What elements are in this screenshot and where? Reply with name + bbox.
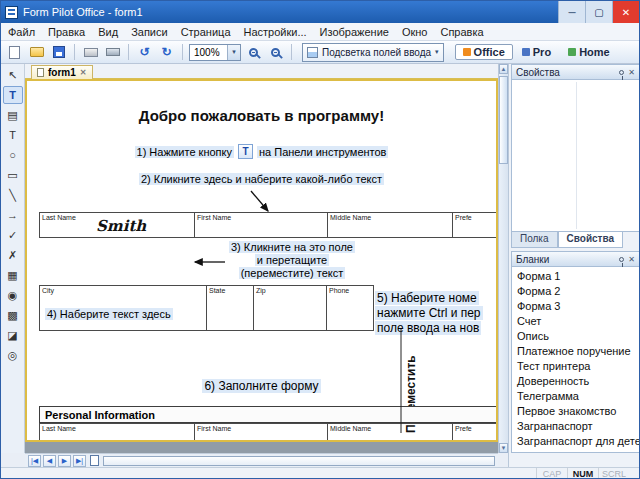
list-item[interactable]: Форма 3 (512, 299, 639, 314)
tab-shelf[interactable]: Полка (511, 232, 558, 248)
edition-office-button[interactable]: Office (455, 44, 513, 60)
menu-edit[interactable]: Правка (48, 26, 85, 38)
undo-button[interactable]: ↺ (135, 43, 154, 61)
cross-tool[interactable]: ✗ (3, 246, 23, 264)
list-item[interactable]: Телеграмма (512, 389, 639, 404)
text-tool[interactable]: T (3, 126, 23, 144)
edition-pro-button[interactable]: Pro (514, 44, 559, 60)
check-tool[interactable]: ✓ (3, 226, 23, 244)
scrollbar-thumb[interactable] (499, 76, 508, 164)
arrow-tool[interactable]: → (3, 206, 23, 224)
list-item[interactable]: Платежное поручение (512, 344, 639, 359)
list-item[interactable]: Тест принтера (512, 359, 639, 374)
maximize-button[interactable]: ▢ (585, 1, 612, 23)
undo-icon: ↺ (139, 45, 149, 59)
line-tool[interactable]: ╲ (3, 186, 23, 204)
state-field[interactable]: State (206, 285, 254, 331)
last-record-button[interactable]: ▶| (73, 455, 86, 467)
panel-close-icon[interactable]: ✕ (628, 68, 635, 77)
entered-text-smith[interactable]: Smith (96, 217, 146, 235)
new-document-button[interactable] (5, 43, 24, 61)
scan-button[interactable] (103, 43, 122, 61)
form-canvas[interactable]: Добро пожаловать в программу! 1) Нажмите… (25, 79, 498, 442)
image-tool[interactable]: ▦ (3, 266, 23, 284)
chevron-down-icon[interactable]: ▾ (435, 48, 439, 56)
edition-home-button[interactable]: Home (560, 44, 618, 60)
pin-icon[interactable] (619, 70, 624, 75)
prefix-field[interactable]: Prefe (452, 423, 498, 442)
list-item[interactable]: Форма 1 (512, 269, 639, 284)
instruction-step6: 6) Заполните форму (27, 379, 496, 393)
menu-view[interactable]: Вид (98, 26, 118, 38)
city-field[interactable]: City 4) Наберите текст здесь (39, 285, 207, 331)
chevron-down-icon[interactable]: ▾ (227, 45, 240, 60)
print-button[interactable] (81, 43, 100, 61)
first-record-button[interactable]: |◀ (28, 455, 41, 467)
list-item[interactable]: Первое знакомство (512, 404, 639, 419)
note-tool[interactable]: ▤ (3, 106, 23, 124)
scroll-down-icon[interactable]: ▼ (499, 443, 508, 453)
welcome-title: Добро пожаловать в программу! (27, 107, 496, 124)
last-name-field[interactable]: Last Name (39, 423, 195, 442)
printer-icon (84, 48, 98, 57)
previous-record-button[interactable]: ◀ (43, 455, 56, 467)
column-header: City (42, 287, 54, 294)
ellipse-tool[interactable]: ○ (3, 146, 23, 164)
zoom-out-button[interactable] (266, 43, 285, 61)
minimize-button[interactable]: ─ (558, 1, 585, 23)
menu-file[interactable]: Файл (8, 26, 35, 38)
save-button[interactable] (49, 43, 68, 61)
text-field-tool[interactable]: T (3, 86, 23, 104)
zoom-tool[interactable]: ◎ (3, 346, 23, 364)
zoom-in-icon (249, 48, 258, 57)
document-tab-form1[interactable]: form1 ✕ (31, 65, 93, 79)
menu-image[interactable]: Изображение (320, 26, 389, 38)
window-title: Form Pilot Office - form1 (23, 6, 558, 18)
highlight-fields-button[interactable]: Подсветка полей ввода ▾ (302, 43, 444, 62)
list-item[interactable]: Загранпаспорт для детей (512, 434, 639, 449)
prefix-field[interactable]: Prefe (452, 212, 498, 238)
menu-records[interactable]: Записи (131, 26, 168, 38)
eraser-tool[interactable]: ◪ (3, 326, 23, 344)
zoom-in-button[interactable] (244, 43, 263, 61)
num-lock-indicator: NUM (567, 468, 598, 479)
tab-close-icon[interactable]: ✕ (80, 68, 87, 77)
first-name-field[interactable]: First Name (194, 212, 328, 238)
close-button[interactable]: ✕ (612, 1, 639, 23)
resize-grip[interactable] (629, 468, 639, 479)
menu-page[interactable]: Страница (181, 26, 231, 38)
panel-close-icon[interactable]: ✕ (628, 255, 635, 264)
last-name-field[interactable]: Last Name Smith (39, 212, 195, 238)
first-name-field[interactable]: First Name (194, 423, 328, 442)
next-record-button[interactable]: ▶ (58, 455, 71, 467)
menu-window[interactable]: Окно (402, 26, 428, 38)
stamp-tool[interactable]: ◉ (3, 286, 23, 304)
pointer-tool[interactable]: ↖ (3, 66, 23, 84)
menu-help[interactable]: Справка (440, 26, 483, 38)
horizontal-scrollbar[interactable] (103, 456, 495, 466)
zoom-combobox[interactable]: 100% ▾ (189, 44, 241, 61)
list-item[interactable]: Загранпаспорт (512, 419, 639, 434)
list-item[interactable]: Опись (512, 329, 639, 344)
redo-button[interactable]: ↻ (157, 43, 176, 61)
list-item[interactable]: Форма 2 (512, 284, 639, 299)
pin-icon[interactable] (619, 257, 624, 262)
middle-name-field[interactable]: Middle Name (327, 212, 453, 238)
phone-field[interactable]: Phone (326, 285, 374, 331)
middle-name-field[interactable]: Middle Name (327, 423, 453, 442)
text-field-tool-icon: T (238, 144, 253, 159)
rectangle-tool[interactable]: ▭ (3, 166, 23, 184)
open-button[interactable] (27, 43, 46, 61)
personal-info-table: Last Name First Name Middle Name Prefe (39, 423, 498, 442)
zip-field[interactable]: Zip (253, 285, 327, 331)
menu-settings[interactable]: Настройки... (244, 26, 307, 38)
edition-office-label: Office (474, 46, 505, 58)
column-header: First Name (197, 214, 231, 221)
scroll-up-icon[interactable]: ▲ (499, 64, 508, 74)
toolbar-separator (128, 44, 129, 60)
tab-properties[interactable]: Свойства (558, 232, 624, 248)
vertical-scrollbar[interactable]: ▲ ▼ (498, 64, 508, 453)
pattern-tool[interactable]: ▩ (3, 306, 23, 324)
list-item[interactable]: Счет (512, 314, 639, 329)
list-item[interactable]: Доверенность (512, 374, 639, 389)
